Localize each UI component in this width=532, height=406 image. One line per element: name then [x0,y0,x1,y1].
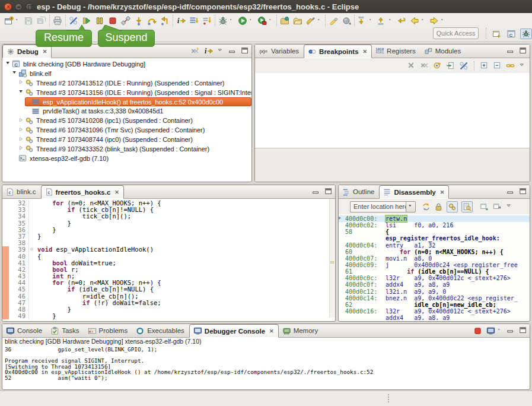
pin-view-button[interactable] [492,202,501,211]
expander-closed-icon[interactable] [18,118,25,124]
tab-freertos-hooks-c[interactable]: cfreertos_hooks.c✕ [41,185,124,199]
tree-item[interactable]: Thread #2 1073413512 (IDLE : Running) (S… [2,78,251,88]
display-console-button[interactable] [486,326,502,335]
min-view-button[interactable] [228,47,237,55]
back-button[interactable] [409,15,427,27]
open-element-button[interactable] [279,15,291,27]
location-input[interactable]: Enter location here [350,201,406,212]
code-line[interactable]: 36 } [2,227,335,233]
open-perspective-button[interactable] [490,28,502,39]
min-view-button[interactable] [312,188,320,196]
disassembly-line[interactable]: 58 { [339,229,530,235]
external-tools-button[interactable] [256,15,275,27]
goto-file-button[interactable] [446,61,455,70]
disassembly-listing[interactable]: 400d0c00: retw.n400d0c02: lsi f0, a0, 21… [339,214,530,320]
tab-modules[interactable]: Modules [420,45,466,58]
run-button[interactable] [237,15,255,27]
tab-blink-c[interactable]: cblink.c [2,185,41,198]
disassembly-line[interactable]: 400d0c07: movi.n a8, 0 [339,255,530,262]
lock-view-button[interactable] [434,202,443,211]
chevron-down-icon[interactable] [268,19,273,23]
editor-scrollbar[interactable] [329,199,335,318]
cpp-perspective-button[interactable]: C [505,28,517,39]
search-button[interactable] [305,15,323,27]
debug-button[interactable] [217,15,235,27]
window-close-button[interactable] [4,3,12,11]
expander-open-icon[interactable] [18,89,25,96]
disassembly-line[interactable]: 400d0c0c: l32r a9, 0x400d012c <_stext+27… [339,275,530,281]
tree-item[interactable]: Cblink checking [GDB Hardware Debugging] [2,59,251,69]
chevron-down-icon[interactable] [317,19,322,23]
code-line[interactable]: 34 tick_cb[n](); [2,213,335,220]
min-view-button[interactable] [506,47,515,55]
max-view-button[interactable] [519,188,527,196]
breakpoints-list[interactable] [255,73,530,148]
tab-close-icon[interactable]: ✕ [43,49,47,55]
expander-closed-icon[interactable] [18,137,25,143]
save-all-button[interactable] [36,15,47,27]
disassembly-line[interactable]: 400d0c04: entry a1, 32 [339,242,530,249]
print-button[interactable] [52,15,63,27]
disassembly-line[interactable]: 60 for (n=0; n<MAX_HOOKS; n++) { [339,249,530,255]
step-return-button[interactable] [159,15,171,27]
max-view-button[interactable] [241,47,249,55]
tree-item[interactable]: Thread #3 1073413156 (IDLE : Running) (S… [2,88,251,97]
code-line[interactable]: 49 } [2,313,335,319]
tab-variables[interactable]: (x)=Variables [255,45,304,58]
next-annotation-button[interactable] [356,15,375,27]
view-menu-button[interactable] [519,63,526,69]
tab-breakpoints[interactable]: Breakpoints✕ [304,45,372,58]
disassembly-line[interactable]: 61 if (idle_cb[n]==NULL) { [339,268,530,275]
step-into-button[interactable] [133,15,145,27]
highlighter-button[interactable] [327,15,339,27]
save-button[interactable] [23,15,34,27]
chevron-down-icon[interactable] [420,19,426,23]
tab-memory[interactable]: Memory [279,324,323,337]
code-editor[interactable]: 32 for (n=0; n<MAX_HOOKS; n++) {33 if (t… [2,199,335,318]
disassembly-line[interactable]: 400d0c14: bnez.n a9, 0x400d0c22 <esp_reg… [339,295,530,302]
window-minimize-button[interactable] [15,3,23,11]
expander-open-icon[interactable] [5,61,12,67]
quick-access-input[interactable]: Quick Access [433,27,479,39]
chevron-down-icon[interactable] [497,329,502,332]
console-output[interactable]: 36 gpio_set_level(BLINK_GPIO, 1); Progra… [2,345,530,381]
show-breakpoints-button[interactable] [433,61,442,70]
remove-all-button[interactable] [420,61,429,70]
refresh-view-button[interactable] [422,202,431,211]
max-view-button[interactable] [519,47,527,55]
disassembly-line[interactable]: 400d0c12: l32i.n a9, a9, 0 [339,288,530,295]
code-line[interactable]: 37} [2,233,335,240]
min-view-button[interactable] [506,326,515,335]
expand-all-button[interactable] [480,61,489,70]
instruction-stepping-button[interactable]: i [175,15,187,27]
chevron-down-icon[interactable] [229,19,234,23]
tree-item[interactable]: Thread #7 1073408744 (ipc0) (Suspended :… [2,135,251,144]
tab-close-icon[interactable]: ✕ [114,189,119,195]
tree-item[interactable]: xtensa-esp32-elf-gdb (7.10) [2,154,251,163]
expander-open-icon[interactable] [12,70,18,77]
tab-disassembly[interactable]: Disassembly✕ [379,185,449,199]
code-line[interactable]: 45 if (idle_cb[n]!=NULL) { [2,286,335,293]
chevron-down-icon[interactable] [368,19,374,23]
disassembly-line[interactable]: addx4 a9, a8, a9 [339,315,530,320]
instruction-stepping-button[interactable]: i [203,46,213,56]
fold-gutter[interactable] [28,246,36,253]
open-new-view-button[interactable] [480,202,489,211]
tree-item[interactable]: Thread #5 1073410208 (ipc1) (Suspended :… [2,116,251,125]
new-wizard-button[interactable] [3,15,21,27]
tab-close-icon[interactable]: ✕ [440,189,444,195]
show-source-button[interactable] [461,201,473,212]
tab-close-icon[interactable]: ✕ [269,328,273,334]
disassembly-line[interactable]: 400d0c09: j 0x400d0c24 <esp_register_fre… [339,262,530,268]
disassembly-line[interactable]: 62 idle_cb[n]=new_idle_cb; [339,302,530,308]
disassembly-line[interactable]: 400d0c16: l32r a9, 0x400d012c <_stext+27… [339,308,530,315]
remove-button[interactable] [407,61,416,70]
tree-item-selected[interactable]: esp_vApplicationIdleHook() at freertos_h… [2,97,251,107]
show-opcodes-button[interactable] [447,201,458,212]
expander-closed-icon[interactable] [18,145,25,152]
show-execution-button[interactable] [188,15,200,27]
tree-item[interactable]: Thread #9 1073433352 (blink_task) (Suspe… [2,144,251,154]
forward-button[interactable] [428,15,447,27]
chevron-down-icon[interactable] [249,19,254,23]
link-with-debug-button[interactable] [506,61,515,70]
